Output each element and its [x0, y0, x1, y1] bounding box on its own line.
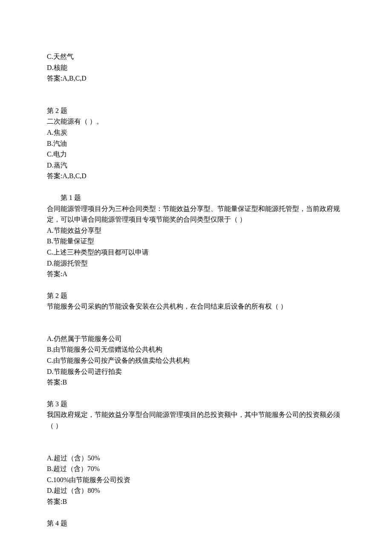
- option-c: C.天然气: [47, 51, 345, 62]
- question-stem: 二次能源有（ ）。: [47, 116, 345, 127]
- answer-text: 答案:A,B,C,D: [47, 73, 345, 84]
- answer-text: 答案:B: [47, 377, 345, 388]
- question-stem: 节能服务公司采购的节能设备安装在公共机构，在合同结束后设备的所有权（ ）: [47, 301, 345, 312]
- partial-question-1: C.天然气 D.核能 答案:A,B,C,D: [47, 51, 345, 84]
- option-b: B.超过（含）70%: [47, 463, 345, 474]
- question-4b: 第 4 题: [47, 518, 345, 529]
- answer-text: 答案:A,B,C,D: [47, 171, 345, 182]
- question-header: 第 1 题: [47, 192, 345, 203]
- option-d: D.节能服务公司进行拍卖: [47, 366, 345, 377]
- option-c: C.电力: [47, 149, 345, 160]
- option-a: A.仍然属于节能服务公司: [47, 333, 345, 344]
- option-a: A.超过（含）50%: [47, 453, 345, 464]
- option-d: D.能源托管型: [47, 258, 345, 269]
- option-d: D.核能: [47, 62, 345, 73]
- option-a: A.节能效益分享型: [47, 225, 345, 236]
- answer-text: 答案:A: [47, 269, 345, 280]
- option-b: B.汽油: [47, 138, 345, 149]
- option-d: D.超过（含）80%: [47, 485, 345, 496]
- question-stem: 我国政府规定，节能效益分享型合同能源管理项目的总投资额中，其中节能服务公司的投资…: [47, 409, 345, 431]
- question-header: 第 3 题: [47, 399, 345, 410]
- question-stem: 合同能源管理项目分为三种合同类型：节能效益分享型、节能量保证型和能源托管型，当前…: [47, 203, 345, 225]
- question-3b: 第 3 题 我国政府规定，节能效益分享型合同能源管理项目的总投资额中，其中节能服…: [47, 399, 345, 507]
- question-header: 第 2 题: [47, 290, 345, 301]
- option-c: C.上述三种类型的项目都可以申请: [47, 247, 345, 258]
- option-a: A.焦炭: [47, 127, 345, 138]
- option-b: B.由节能服务公司无偿赠送给公共机构: [47, 344, 345, 355]
- question-header: 第 2 题: [47, 105, 345, 116]
- question-2b: 第 2 题 节能服务公司采购的节能设备安装在公共机构，在合同结束后设备的所有权（…: [47, 290, 345, 388]
- option-b: B.节能量保证型: [47, 236, 345, 247]
- answer-text: 答案:B: [47, 496, 345, 507]
- question-1b: 第 1 题 合同能源管理项目分为三种合同类型：节能效益分享型、节能量保证型和能源…: [47, 192, 345, 280]
- option-d: D.蒸汽: [47, 160, 345, 171]
- option-c: C.100%由节能服务公司投资: [47, 474, 345, 486]
- option-c: C.由节能服务公司按产设备的残值卖给公共机构: [47, 355, 345, 366]
- question-header: 第 4 题: [47, 518, 345, 529]
- question-2a: 第 2 题 二次能源有（ ）。 A.焦炭 B.汽油 C.电力 D.蒸汽 答案:A…: [47, 105, 345, 182]
